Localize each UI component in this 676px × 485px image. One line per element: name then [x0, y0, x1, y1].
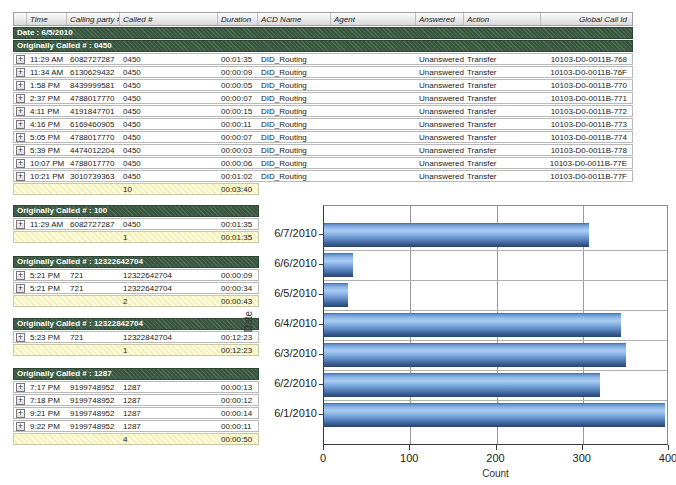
expand-plus-icon[interactable]: +: [16, 284, 25, 293]
cell-action: Transfer: [464, 171, 541, 181]
cell-acd: DID_Routing: [258, 106, 331, 116]
cell-called: 0450: [120, 80, 218, 90]
cell-calling: 721: [67, 283, 120, 293]
cell-global_id: 10103-D0-0011B-771: [541, 93, 632, 103]
expand-plus-icon[interactable]: +: [16, 422, 25, 431]
cell-duration: 00:00:09: [218, 67, 258, 77]
table-row: +7:18 PM9199748952128700:00:12: [13, 394, 259, 406]
cell-answered: Unanswered: [416, 67, 464, 77]
cell-global_id: 10103-D0-0011B-77F: [541, 171, 632, 181]
cell-time: 7:17 PM: [27, 382, 67, 392]
cell-calling: 6169460905: [67, 119, 120, 129]
column-header-calling[interactable]: Calling party #: [67, 13, 120, 25]
cell-acd: DID_Routing: [258, 67, 331, 77]
column-header-acd[interactable]: ACD Name: [258, 13, 331, 25]
column-header-expand[interactable]: [14, 13, 27, 25]
expand-plus-icon[interactable]: +: [16, 81, 25, 90]
cell-agent: [331, 171, 416, 181]
table-row: +9:21 PM9199748952128700:00:14: [13, 407, 259, 419]
column-header-action[interactable]: Action: [464, 13, 541, 25]
cell-time: 11:29 AM: [27, 54, 67, 64]
x-axis-title: Count: [323, 468, 668, 479]
expand-plus-icon[interactable]: +: [16, 159, 25, 168]
cell-answered: Unanswered: [416, 132, 464, 142]
cell-global_id: 10103-D0-0011B-76F: [541, 67, 632, 77]
y-axis-tick: [319, 234, 323, 235]
cell-calling: 4788017770: [67, 158, 120, 168]
cell-duration: 00:00:15: [218, 106, 258, 116]
cell-calling: 9199748952: [67, 395, 120, 405]
cell-agent: [331, 106, 416, 116]
expand-plus-icon[interactable]: +: [16, 94, 25, 103]
expand-plus-icon[interactable]: +: [16, 409, 25, 418]
expand-plus-icon[interactable]: +: [16, 68, 25, 77]
cell-time: 5:21 PM: [27, 283, 67, 293]
chart-bar: [324, 223, 589, 247]
expand-plus-icon[interactable]: +: [16, 333, 25, 342]
summary-spacer: [27, 345, 67, 355]
group-summary-row: 100:12:23: [13, 344, 259, 356]
expand-plus-icon[interactable]: +: [16, 383, 25, 392]
group-header-row: Originally Called # : 12322842704: [13, 318, 259, 330]
summary-spacer: [14, 434, 27, 444]
column-header-global_id[interactable]: Global Call Id: [541, 13, 632, 25]
summary-spacer: [67, 434, 120, 444]
y-axis-label: 6/7/2010: [240, 227, 317, 240]
column-header-duration[interactable]: Duration: [218, 13, 258, 25]
cell-action: Transfer: [464, 132, 541, 142]
cell-acd: DID_Routing: [258, 158, 331, 168]
horizontal-gridline: [324, 340, 667, 341]
expand-plus-icon[interactable]: +: [16, 271, 25, 280]
cell-calling: 721: [67, 332, 120, 342]
summary-spacer: [27, 296, 67, 306]
column-header-time[interactable]: Time: [27, 13, 67, 25]
column-header-called[interactable]: Called #: [120, 13, 218, 25]
expand-plus-icon[interactable]: +: [16, 396, 25, 405]
cell-time: 4:11 PM: [27, 106, 67, 116]
table-row: +5:39 PM4474012204045000:00:03DID_Routin…: [13, 144, 633, 156]
cell-time: 2:37 PM: [27, 93, 67, 103]
cell-called: 0450: [120, 158, 218, 168]
chart-bar: [324, 253, 353, 277]
y-axis-label: 6/5/2010: [240, 287, 317, 300]
cell-calling: 9199748952: [67, 421, 120, 431]
cell-acd: DID_Routing: [258, 93, 331, 103]
expand-plus-icon[interactable]: +: [16, 55, 25, 64]
expand-plus-icon[interactable]: +: [16, 172, 25, 181]
y-axis-tick: [319, 384, 323, 385]
cell-action: Transfer: [464, 119, 541, 129]
cell-called: 0450: [120, 67, 218, 77]
summary-call-count: 4: [120, 434, 218, 444]
cell-called: 0450: [120, 93, 218, 103]
x-axis-tick: [582, 445, 583, 450]
date-group-label: Date : 6/5/2010: [17, 28, 73, 38]
summary-call-count: 1: [120, 232, 218, 242]
expand-plus-icon[interactable]: +: [16, 133, 25, 142]
summary-spacer: [14, 296, 27, 306]
summary-spacer: [27, 184, 67, 194]
expand-plus-icon[interactable]: +: [16, 220, 25, 229]
column-header-answered[interactable]: Answered: [416, 13, 464, 25]
group-header-label: Originally Called # : 1287: [17, 369, 112, 379]
column-header-agent[interactable]: Agent: [331, 13, 416, 25]
expand-plus-icon[interactable]: +: [16, 146, 25, 155]
x-axis-tick: [409, 445, 410, 450]
cell-acd: DID_Routing: [258, 54, 331, 64]
cell-agent: [331, 119, 416, 129]
cell-duration: 00:00:05: [218, 80, 258, 90]
expand-cell: +: [14, 382, 27, 392]
cell-global_id: 10103-D0-0011B-768: [541, 54, 632, 64]
expand-plus-icon[interactable]: +: [16, 120, 25, 129]
cell-action: Transfer: [464, 80, 541, 90]
cell-action: Transfer: [464, 158, 541, 168]
cell-action: Transfer: [464, 145, 541, 155]
cell-time: 5:05 PM: [27, 132, 67, 142]
expand-plus-icon[interactable]: +: [16, 107, 25, 116]
cell-agent: [331, 93, 416, 103]
cell-answered: Unanswered: [416, 106, 464, 116]
table-row: +9:22 PM9199748952128700:00:11: [13, 420, 259, 432]
x-axis-tick: [668, 445, 669, 450]
x-axis-tick-label: 200: [476, 452, 516, 464]
cell-global_id: 10103-D0-0011B-77E: [541, 158, 632, 168]
cell-agent: [331, 132, 416, 142]
